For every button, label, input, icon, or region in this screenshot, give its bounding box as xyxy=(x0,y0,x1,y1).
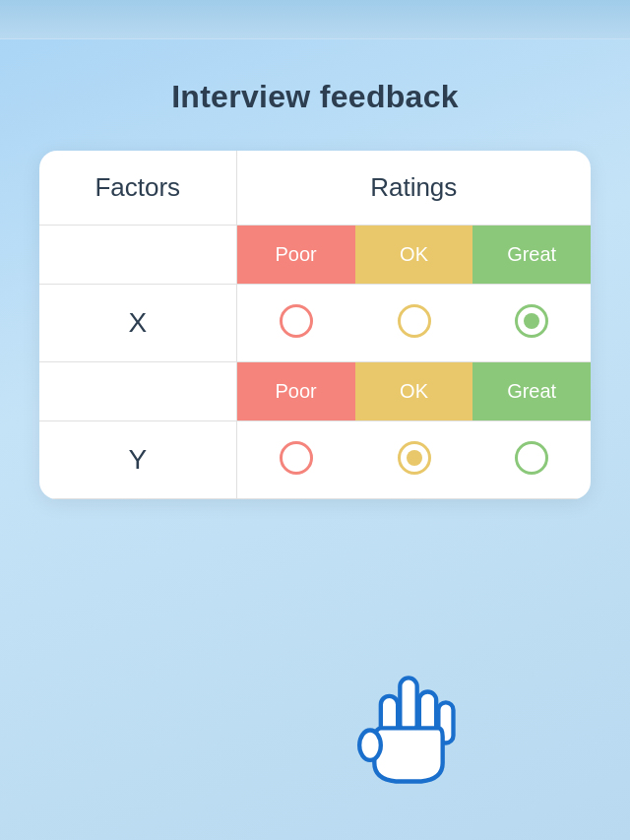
radio-cell-ok-y[interactable] xyxy=(355,421,473,499)
feedback-table: Factors Ratings Poor OK Great X xyxy=(39,151,591,499)
factor-spacer-y xyxy=(39,362,236,421)
svg-rect-0 xyxy=(400,678,416,733)
table-row-y: Y xyxy=(39,421,591,499)
great-label-y: Great xyxy=(472,362,591,421)
great-radio-x[interactable] xyxy=(515,304,548,338)
table-header-row: Factors Ratings xyxy=(39,151,591,226)
radio-cell-great-y[interactable] xyxy=(472,421,591,499)
factors-header: Factors xyxy=(39,151,236,226)
radio-cell-poor-x[interactable] xyxy=(236,285,355,362)
svg-point-4 xyxy=(359,731,381,760)
factor-spacer-x xyxy=(39,226,236,285)
rating-labels-row-x: Poor OK Great xyxy=(39,226,591,285)
page-title: Interview feedback xyxy=(171,79,459,115)
factor-name-x: X xyxy=(39,285,236,362)
poor-radio-x[interactable] xyxy=(280,304,313,338)
poor-label-x: Poor xyxy=(236,226,355,285)
factor-name-y: Y xyxy=(39,421,236,499)
svg-rect-1 xyxy=(419,692,436,741)
radio-cell-great-x[interactable] xyxy=(472,285,591,362)
radio-cell-ok-x[interactable] xyxy=(355,285,473,362)
radio-cell-poor-y[interactable] xyxy=(236,421,355,499)
svg-rect-3 xyxy=(438,702,453,743)
rating-labels-row-y: Poor OK Great xyxy=(39,362,591,421)
cursor-overlay xyxy=(354,673,463,801)
table-row-x: X xyxy=(39,285,591,362)
ok-radio-y[interactable] xyxy=(398,441,431,475)
ratings-header: Ratings xyxy=(236,151,591,226)
top-bar xyxy=(0,0,630,39)
feedback-card: Factors Ratings Poor OK Great X xyxy=(39,151,591,499)
poor-radio-y[interactable] xyxy=(280,441,313,475)
poor-label-y: Poor xyxy=(236,362,355,421)
great-label-x: Great xyxy=(472,226,591,285)
ok-label-y: OK xyxy=(355,362,473,421)
hand-cursor-icon xyxy=(354,673,463,801)
ok-label-x: OK xyxy=(355,226,473,285)
ok-radio-x[interactable] xyxy=(398,304,431,338)
great-radio-y[interactable] xyxy=(515,441,548,475)
svg-rect-2 xyxy=(381,696,398,740)
